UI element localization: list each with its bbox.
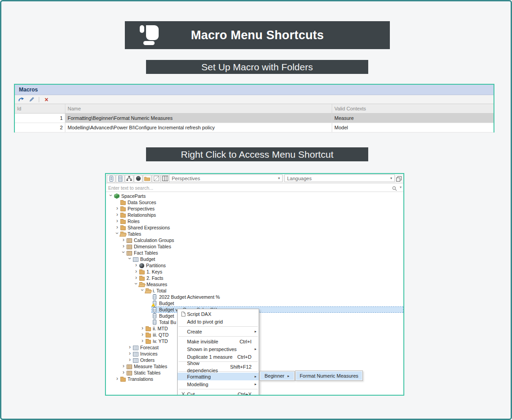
tree-item-data-sources[interactable]: Data Sources	[106, 199, 403, 205]
menu-item-label: Make invisible	[187, 338, 218, 345]
menu-item-modelling[interactable]: Modelling▸	[178, 380, 259, 388]
table-icon	[133, 346, 138, 350]
tree-expander-closed-icon[interactable]	[115, 218, 120, 224]
table-row[interactable]: 2Modelling\Advanced\Power BI\Configure I…	[15, 123, 494, 132]
tree-indent	[106, 278, 134, 278]
menu-item-beginner[interactable]: Beginner ▸	[261, 372, 294, 380]
tree-item-2-facts[interactable]: 2. Facts	[106, 275, 403, 281]
tree-item-relationships[interactable]: Relationships	[106, 212, 403, 218]
tree-rowbody: Total Bu	[151, 319, 178, 325]
tree-expander-open-icon[interactable]	[128, 256, 133, 262]
tree-expander-closed-icon[interactable]	[140, 338, 145, 344]
tree-expander-closed-icon[interactable]	[121, 237, 126, 243]
partitions-icon[interactable]	[134, 175, 142, 183]
edit-macro-icon[interactable]	[28, 96, 35, 103]
tree-item-spaceparts[interactable]: SpaceParts	[106, 193, 403, 199]
delete-macro-icon[interactable]: ×	[43, 96, 50, 103]
tree-expander-closed-icon[interactable]	[115, 224, 120, 231]
tree-expander-closed-icon[interactable]	[128, 344, 133, 351]
tree-item-budget[interactable]: Budget	[106, 300, 403, 306]
tree-expander-closed-icon[interactable]	[121, 243, 126, 250]
menu-item-script-dax[interactable]: Script DAX	[178, 310, 259, 318]
perspectives-dropdown[interactable]: Perspectives ▾	[169, 174, 283, 182]
tree-item-calculation-groups[interactable]: Calculation Groups	[106, 237, 403, 243]
column-header-name[interactable]: Name	[65, 104, 332, 113]
menu-item-add-to-pivot-grid[interactable]: Add to pivot grid	[178, 318, 259, 325]
tree-expander-open-icon[interactable]	[109, 193, 114, 199]
tree-item-label: 2. Facts	[146, 275, 163, 281]
tree-indent	[106, 215, 115, 215]
menu-separator	[178, 336, 258, 337]
tree-expander-closed-icon[interactable]	[115, 212, 120, 218]
tree-indent	[106, 316, 146, 316]
display-folders-icon[interactable]	[152, 175, 160, 183]
folder-open-icon	[139, 283, 145, 287]
tree-expander-open-icon[interactable]	[121, 250, 126, 256]
tree-indent	[106, 341, 140, 342]
tree-expander-closed-icon[interactable]	[121, 370, 126, 376]
tree-indent	[106, 303, 146, 304]
search-options-chevron[interactable]: ▾	[400, 185, 402, 189]
tree-item-dimension-tables[interactable]: Dimension Tables	[106, 243, 403, 250]
languages-dropdown[interactable]: Languages ▾	[284, 174, 395, 182]
tree-item-label: Measures	[146, 281, 167, 288]
menu-item-cut[interactable]: CutCtrl+X	[178, 390, 259, 396]
column-header-valid-contexts[interactable]: Valid Contexts	[332, 104, 494, 113]
menu-item-formatting[interactable]: Formatting▸	[178, 373, 259, 380]
tree-expander-closed-icon[interactable]	[115, 376, 120, 382]
tree-expander-closed-icon[interactable]	[121, 363, 126, 370]
tree-expander-closed-icon[interactable]	[134, 275, 139, 281]
cell-id: 2	[15, 123, 65, 132]
table-columns-icon[interactable]	[161, 175, 169, 183]
tree-item-shared-expressions[interactable]: Shared Expressions	[106, 224, 403, 231]
tree-item-measures[interactable]: Measures	[106, 281, 403, 288]
tree-expander-closed-icon[interactable]	[140, 325, 145, 332]
tree-rowbody: Static Tables	[126, 370, 162, 376]
tree-item-partitions[interactable]: Partitions	[106, 262, 403, 269]
tree-rowbody: iii. QTD	[145, 332, 170, 338]
tree-item-1-keys[interactable]: 1. Keys	[106, 269, 403, 275]
tree-item-label: Relationships	[128, 212, 156, 218]
table-icon	[133, 257, 138, 262]
chevron-down-icon: ▾	[390, 176, 392, 180]
folders-icon[interactable]	[143, 175, 151, 183]
tree-item-perspectives[interactable]: Perspectives	[106, 205, 403, 212]
search-input[interactable]	[106, 184, 379, 192]
hierarchies-icon[interactable]	[125, 175, 133, 183]
partition-icon	[139, 263, 144, 268]
tree-indent	[106, 291, 140, 291]
tree-item-fact-tables[interactable]: Fact Tables	[106, 250, 403, 256]
tree-expander-closed-icon[interactable]	[128, 357, 133, 363]
menu-item-show-dependencies[interactable]: Show dependenciesShift+F12	[178, 363, 259, 370]
menu-item-create[interactable]: Create▸	[178, 328, 259, 335]
tree-item-2022-budget-achievement[interactable]: 2022 Budget Achievement %	[106, 294, 403, 300]
submenu-format-numeric-measures: Format Numeric Measures	[295, 370, 363, 381]
tree-expander-closed-icon[interactable]	[134, 262, 139, 269]
tree-expander-closed-icon[interactable]	[140, 332, 145, 338]
run-macro-icon[interactable]	[18, 96, 24, 103]
tree-rowbody: ii. MTD	[145, 325, 169, 332]
tree-indent	[106, 265, 134, 266]
tree-item-roles[interactable]: Roles	[106, 218, 403, 224]
tree-expander-closed-icon[interactable]	[134, 269, 139, 275]
tree-item-label: ii. MTD	[153, 325, 168, 332]
tree-rowbody: i. Total	[145, 288, 168, 294]
measures-icon[interactable]	[107, 175, 115, 183]
menu-item-make-invisible[interactable]: Make invisibleCtrl+I	[178, 338, 259, 345]
tree-expander-closed-icon[interactable]	[115, 205, 120, 212]
tree-expander-closed-icon[interactable]	[128, 351, 133, 357]
columns-icon[interactable]	[116, 175, 124, 183]
submenu-arrow-icon: ▸	[255, 329, 256, 333]
column-header-id[interactable]: Id	[15, 104, 65, 113]
script-dax-icon	[179, 311, 187, 317]
menu-item-shown-in-perspectives[interactable]: Shown in perspectives▸	[178, 345, 259, 353]
tree-item-i-total[interactable]: i. Total	[106, 288, 403, 294]
tree-item-budget[interactable]: Budget	[106, 256, 403, 262]
menu-item-format-numeric-measures[interactable]: Format Numeric Measures	[296, 371, 362, 380]
tree-rowbody: Translations	[120, 376, 155, 382]
table-row[interactable]: 1Formatting\Beginner\Format Numeric Meas…	[15, 114, 494, 123]
tree-rowbody: 2. Facts	[139, 275, 165, 281]
windows-icon[interactable]	[396, 175, 402, 183]
tree-item-tables[interactable]: Tables	[106, 231, 403, 237]
context-menu: Script DAXAdd to pivot gridCreate▸Make i…	[177, 309, 259, 396]
